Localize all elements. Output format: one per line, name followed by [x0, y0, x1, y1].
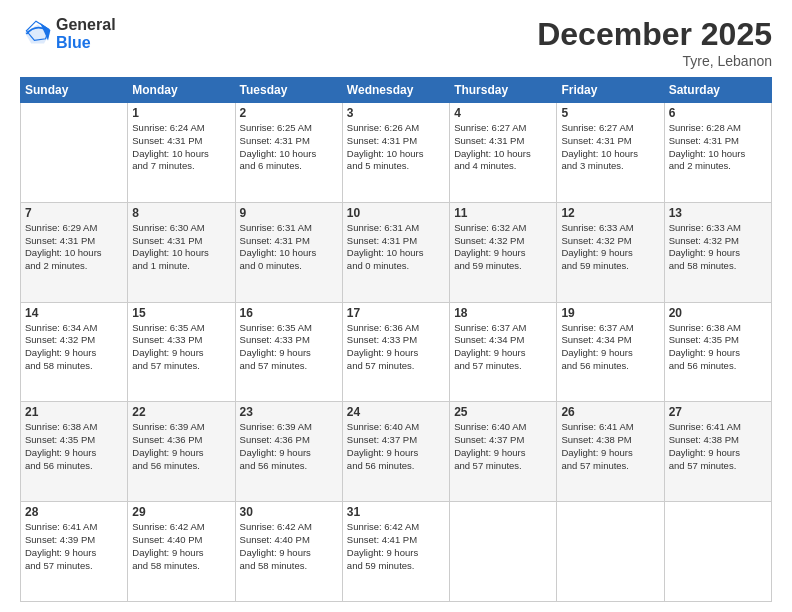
table-cell: 3Sunrise: 6:26 AMSunset: 4:31 PMDaylight…	[342, 103, 449, 203]
day-number: 7	[25, 206, 123, 220]
table-cell: 25Sunrise: 6:40 AMSunset: 4:37 PMDayligh…	[450, 402, 557, 502]
location: Tyre, Lebanon	[537, 53, 772, 69]
col-thursday: Thursday	[450, 78, 557, 103]
day-info: Sunrise: 6:36 AMSunset: 4:33 PMDaylight:…	[347, 322, 445, 373]
day-info: Sunrise: 6:31 AMSunset: 4:31 PMDaylight:…	[347, 222, 445, 273]
day-number: 6	[669, 106, 767, 120]
day-number: 29	[132, 505, 230, 519]
day-number: 21	[25, 405, 123, 419]
table-cell: 9Sunrise: 6:31 AMSunset: 4:31 PMDaylight…	[235, 202, 342, 302]
table-cell: 26Sunrise: 6:41 AMSunset: 4:38 PMDayligh…	[557, 402, 664, 502]
day-info: Sunrise: 6:24 AMSunset: 4:31 PMDaylight:…	[132, 122, 230, 173]
day-info: Sunrise: 6:26 AMSunset: 4:31 PMDaylight:…	[347, 122, 445, 173]
day-number: 23	[240, 405, 338, 419]
day-number: 24	[347, 405, 445, 419]
day-info: Sunrise: 6:34 AMSunset: 4:32 PMDaylight:…	[25, 322, 123, 373]
table-cell: 2Sunrise: 6:25 AMSunset: 4:31 PMDaylight…	[235, 103, 342, 203]
calendar-week-row: 28Sunrise: 6:41 AMSunset: 4:39 PMDayligh…	[21, 502, 772, 602]
col-sunday: Sunday	[21, 78, 128, 103]
logo-icon	[20, 18, 52, 50]
table-cell: 23Sunrise: 6:39 AMSunset: 4:36 PMDayligh…	[235, 402, 342, 502]
table-cell	[664, 502, 771, 602]
day-number: 5	[561, 106, 659, 120]
day-info: Sunrise: 6:27 AMSunset: 4:31 PMDaylight:…	[561, 122, 659, 173]
day-info: Sunrise: 6:42 AMSunset: 4:40 PMDaylight:…	[132, 521, 230, 572]
day-info: Sunrise: 6:30 AMSunset: 4:31 PMDaylight:…	[132, 222, 230, 273]
day-info: Sunrise: 6:27 AMSunset: 4:31 PMDaylight:…	[454, 122, 552, 173]
table-cell: 6Sunrise: 6:28 AMSunset: 4:31 PMDaylight…	[664, 103, 771, 203]
table-cell: 19Sunrise: 6:37 AMSunset: 4:34 PMDayligh…	[557, 302, 664, 402]
table-cell: 20Sunrise: 6:38 AMSunset: 4:35 PMDayligh…	[664, 302, 771, 402]
day-info: Sunrise: 6:33 AMSunset: 4:32 PMDaylight:…	[561, 222, 659, 273]
logo-general-text: General	[56, 16, 116, 34]
table-cell: 16Sunrise: 6:35 AMSunset: 4:33 PMDayligh…	[235, 302, 342, 402]
day-info: Sunrise: 6:41 AMSunset: 4:39 PMDaylight:…	[25, 521, 123, 572]
table-cell	[21, 103, 128, 203]
table-cell: 11Sunrise: 6:32 AMSunset: 4:32 PMDayligh…	[450, 202, 557, 302]
table-cell: 13Sunrise: 6:33 AMSunset: 4:32 PMDayligh…	[664, 202, 771, 302]
day-info: Sunrise: 6:35 AMSunset: 4:33 PMDaylight:…	[240, 322, 338, 373]
table-cell: 12Sunrise: 6:33 AMSunset: 4:32 PMDayligh…	[557, 202, 664, 302]
table-cell: 18Sunrise: 6:37 AMSunset: 4:34 PMDayligh…	[450, 302, 557, 402]
table-cell: 24Sunrise: 6:40 AMSunset: 4:37 PMDayligh…	[342, 402, 449, 502]
day-number: 9	[240, 206, 338, 220]
table-cell: 21Sunrise: 6:38 AMSunset: 4:35 PMDayligh…	[21, 402, 128, 502]
day-number: 20	[669, 306, 767, 320]
day-info: Sunrise: 6:40 AMSunset: 4:37 PMDaylight:…	[347, 421, 445, 472]
day-number: 25	[454, 405, 552, 419]
day-number: 30	[240, 505, 338, 519]
day-info: Sunrise: 6:29 AMSunset: 4:31 PMDaylight:…	[25, 222, 123, 273]
logo: General Blue	[20, 16, 116, 51]
day-number: 11	[454, 206, 552, 220]
day-info: Sunrise: 6:37 AMSunset: 4:34 PMDaylight:…	[561, 322, 659, 373]
day-number: 13	[669, 206, 767, 220]
day-number: 14	[25, 306, 123, 320]
table-cell: 7Sunrise: 6:29 AMSunset: 4:31 PMDaylight…	[21, 202, 128, 302]
table-cell: 28Sunrise: 6:41 AMSunset: 4:39 PMDayligh…	[21, 502, 128, 602]
table-cell: 5Sunrise: 6:27 AMSunset: 4:31 PMDaylight…	[557, 103, 664, 203]
col-friday: Friday	[557, 78, 664, 103]
day-number: 17	[347, 306, 445, 320]
day-info: Sunrise: 6:35 AMSunset: 4:33 PMDaylight:…	[132, 322, 230, 373]
day-info: Sunrise: 6:28 AMSunset: 4:31 PMDaylight:…	[669, 122, 767, 173]
day-number: 8	[132, 206, 230, 220]
col-tuesday: Tuesday	[235, 78, 342, 103]
day-number: 2	[240, 106, 338, 120]
title-section: December 2025 Tyre, Lebanon	[537, 16, 772, 69]
page: General Blue December 2025 Tyre, Lebanon…	[0, 0, 792, 612]
table-cell: 14Sunrise: 6:34 AMSunset: 4:32 PMDayligh…	[21, 302, 128, 402]
day-number: 27	[669, 405, 767, 419]
table-cell: 30Sunrise: 6:42 AMSunset: 4:40 PMDayligh…	[235, 502, 342, 602]
logo-blue-text: Blue	[56, 34, 116, 52]
calendar-week-row: 21Sunrise: 6:38 AMSunset: 4:35 PMDayligh…	[21, 402, 772, 502]
day-number: 18	[454, 306, 552, 320]
day-number: 31	[347, 505, 445, 519]
day-number: 28	[25, 505, 123, 519]
day-info: Sunrise: 6:41 AMSunset: 4:38 PMDaylight:…	[561, 421, 659, 472]
day-info: Sunrise: 6:38 AMSunset: 4:35 PMDaylight:…	[25, 421, 123, 472]
calendar-table: Sunday Monday Tuesday Wednesday Thursday…	[20, 77, 772, 602]
day-number: 19	[561, 306, 659, 320]
day-info: Sunrise: 6:39 AMSunset: 4:36 PMDaylight:…	[132, 421, 230, 472]
day-info: Sunrise: 6:37 AMSunset: 4:34 PMDaylight:…	[454, 322, 552, 373]
day-info: Sunrise: 6:42 AMSunset: 4:41 PMDaylight:…	[347, 521, 445, 572]
day-info: Sunrise: 6:41 AMSunset: 4:38 PMDaylight:…	[669, 421, 767, 472]
day-number: 15	[132, 306, 230, 320]
calendar-week-row: 14Sunrise: 6:34 AMSunset: 4:32 PMDayligh…	[21, 302, 772, 402]
header: General Blue December 2025 Tyre, Lebanon	[20, 16, 772, 69]
day-number: 10	[347, 206, 445, 220]
table-cell: 22Sunrise: 6:39 AMSunset: 4:36 PMDayligh…	[128, 402, 235, 502]
table-cell: 15Sunrise: 6:35 AMSunset: 4:33 PMDayligh…	[128, 302, 235, 402]
day-number: 1	[132, 106, 230, 120]
table-cell: 17Sunrise: 6:36 AMSunset: 4:33 PMDayligh…	[342, 302, 449, 402]
calendar-header-row: Sunday Monday Tuesday Wednesday Thursday…	[21, 78, 772, 103]
day-number: 16	[240, 306, 338, 320]
table-cell: 31Sunrise: 6:42 AMSunset: 4:41 PMDayligh…	[342, 502, 449, 602]
table-cell	[450, 502, 557, 602]
day-number: 26	[561, 405, 659, 419]
table-cell: 8Sunrise: 6:30 AMSunset: 4:31 PMDaylight…	[128, 202, 235, 302]
day-number: 4	[454, 106, 552, 120]
table-cell: 10Sunrise: 6:31 AMSunset: 4:31 PMDayligh…	[342, 202, 449, 302]
day-info: Sunrise: 6:42 AMSunset: 4:40 PMDaylight:…	[240, 521, 338, 572]
day-info: Sunrise: 6:25 AMSunset: 4:31 PMDaylight:…	[240, 122, 338, 173]
